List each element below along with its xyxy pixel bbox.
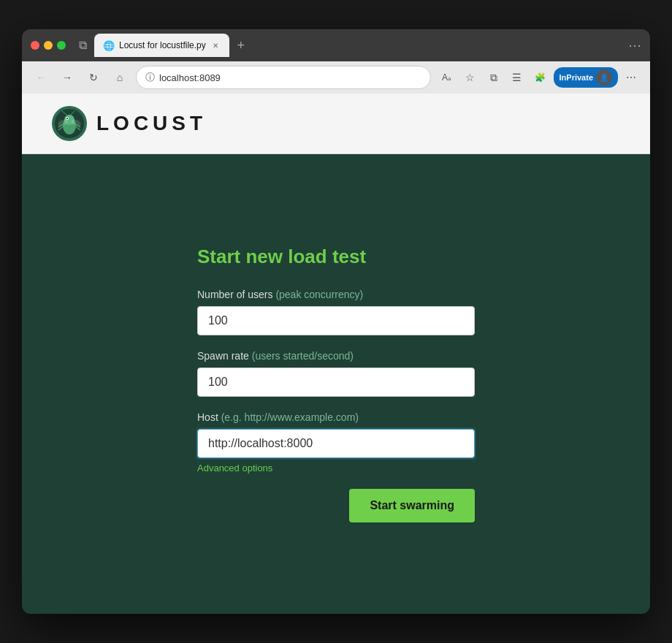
active-tab[interactable]: 🌐 Locust for locustfile.py ✕ bbox=[94, 34, 229, 57]
host-hint: (e.g. http://www.example.com) bbox=[221, 411, 359, 423]
tab-title: Locust for locustfile.py bbox=[119, 40, 206, 50]
inprivate-label: InPrivate bbox=[560, 73, 593, 82]
window-icon: ⧉ bbox=[79, 39, 87, 52]
refresh-button[interactable]: ↻ bbox=[83, 67, 104, 88]
title-bar: ⧉ 🌐 Locust for locustfile.py ✕ + ⋯ bbox=[22, 29, 650, 61]
home-button[interactable]: ⌂ bbox=[110, 67, 130, 88]
yellow-light[interactable] bbox=[44, 41, 53, 50]
start-swarming-button[interactable]: Start swarming bbox=[349, 489, 475, 522]
address-bar[interactable]: ⓘ localhost:8089 bbox=[136, 66, 431, 89]
spawn-rate-group: Spawn rate (users started/second) bbox=[197, 350, 475, 397]
settings-button[interactable]: ⋯ bbox=[621, 67, 641, 88]
spawn-rate-hint: (users started/second) bbox=[252, 350, 354, 362]
locust-logo bbox=[51, 105, 88, 142]
locust-title: LOCUST bbox=[96, 112, 207, 135]
favorites-button[interactable]: ☆ bbox=[460, 67, 481, 88]
host-group: Host (e.g. http://www.example.com) Advan… bbox=[197, 411, 475, 474]
spawn-rate-input[interactable] bbox=[197, 368, 475, 397]
red-light[interactable] bbox=[31, 41, 39, 50]
inprivate-badge: InPrivate 👤 bbox=[554, 67, 618, 88]
extensions-button[interactable]: 🧩 bbox=[530, 67, 551, 88]
tab-bar: 🌐 Locust for locustfile.py ✕ + bbox=[94, 34, 621, 57]
users-hint: (peak concurrency) bbox=[275, 289, 363, 300]
locust-header: LOCUST bbox=[22, 94, 650, 154]
nav-bar: ← → ↻ ⌂ ⓘ localhost:8089 Aₐ ☆ ⧉ ☰ 🧩 InPr… bbox=[22, 61, 650, 94]
host-input[interactable] bbox=[197, 429, 475, 458]
new-tab-button[interactable]: + bbox=[232, 37, 250, 54]
form-actions: Start swarming bbox=[197, 489, 475, 522]
advanced-options-link[interactable]: Advanced options bbox=[197, 463, 272, 473]
page-content: LOCUST Start new load test Number of use… bbox=[22, 94, 650, 614]
back-button[interactable]: ← bbox=[31, 67, 51, 88]
form-title: Start new load test bbox=[197, 246, 475, 268]
host-label: Host (e.g. http://www.example.com) bbox=[197, 411, 475, 423]
main-content: Start new load test Number of users (pea… bbox=[22, 154, 650, 614]
address-text: localhost:8089 bbox=[159, 72, 421, 83]
forward-button[interactable]: → bbox=[57, 67, 77, 88]
reader-mode-button[interactable]: Aₐ bbox=[437, 67, 457, 88]
nav-actions: Aₐ ☆ ⧉ ☰ 🧩 InPrivate 👤 ⋯ bbox=[437, 67, 641, 88]
split-view-button[interactable]: ⧉ bbox=[484, 67, 504, 88]
tab-favicon: 🌐 bbox=[103, 40, 115, 51]
more-menu-button[interactable]: ⋯ bbox=[628, 37, 641, 53]
tab-close-button[interactable]: ✕ bbox=[210, 40, 221, 50]
security-icon: ⓘ bbox=[145, 71, 155, 84]
collections-button[interactable]: ☰ bbox=[507, 67, 527, 88]
users-input[interactable] bbox=[197, 306, 475, 335]
users-group: Number of users (peak concurrency) bbox=[197, 289, 475, 335]
users-label: Number of users (peak concurrency) bbox=[197, 289, 475, 300]
traffic-lights bbox=[31, 41, 66, 50]
spawn-rate-label: Spawn rate (users started/second) bbox=[197, 350, 475, 362]
browser-window: ⧉ 🌐 Locust for locustfile.py ✕ + ⋯ ← → ↻… bbox=[22, 29, 650, 614]
svg-point-7 bbox=[66, 118, 68, 119]
green-light[interactable] bbox=[57, 41, 66, 50]
avatar[interactable]: 👤 bbox=[596, 69, 612, 85]
load-test-form: Start new load test Number of users (pea… bbox=[197, 246, 475, 522]
